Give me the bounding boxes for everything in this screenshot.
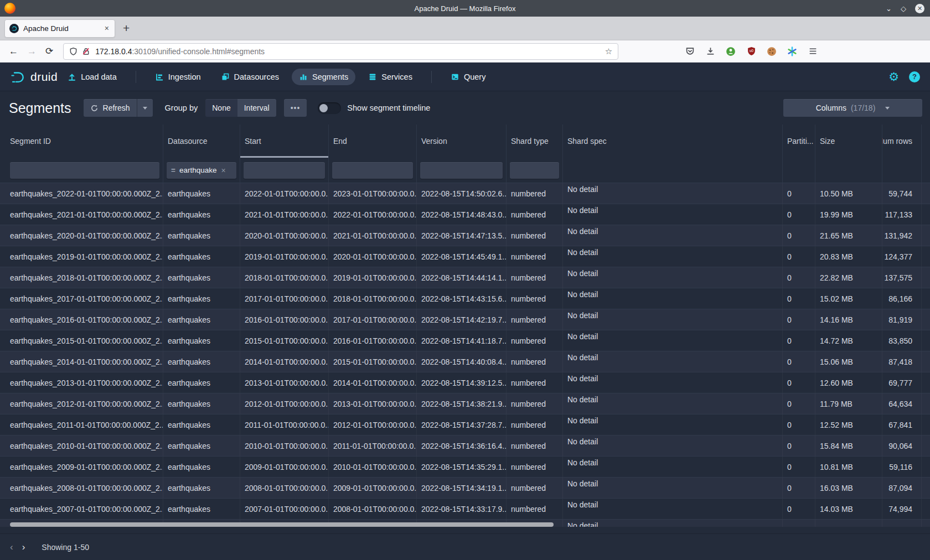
column-header-spare[interactable] (922, 125, 930, 158)
bookmark-star-icon[interactable]: ☆ (605, 46, 612, 56)
menu-icon[interactable] (808, 46, 818, 56)
cell-shard-spec: No detail (563, 457, 783, 477)
prev-page-icon[interactable]: ‹ (10, 542, 13, 553)
forward-button[interactable]: → (27, 46, 37, 57)
cell-shard-spec: No detail (563, 351, 783, 372)
table-row[interactable]: earthquakes_2011-01-01T00:00:00.000Z_2..… (0, 414, 930, 435)
filter-input-version[interactable] (420, 162, 503, 179)
cell-num-rows: 86,166 (882, 288, 922, 309)
column-header-partition[interactable]: Partiti... (783, 125, 815, 158)
column-header-datasource[interactable]: Datasource (163, 125, 240, 158)
table-row[interactable]: earthquakes_2015-01-01T00:00:00.000Z_2..… (0, 330, 930, 351)
column-header-start[interactable]: Start (240, 125, 329, 158)
nav-item-datasources[interactable]: Datasources (214, 69, 286, 85)
cell-shard-type: numbered (507, 225, 563, 246)
filter-input-shard-type[interactable] (510, 162, 559, 179)
columns-count: (17/18) (851, 103, 875, 112)
table-row[interactable]: earthquakes_2014-01-01T00:00:00.000Z_2..… (0, 351, 930, 372)
maximize-icon[interactable]: ◇ (901, 5, 906, 12)
column-header-num-rows[interactable]: Num rows (882, 125, 922, 158)
table-row[interactable]: earthquakes_2021-01-01T00:00:00.000Z_2..… (0, 204, 930, 225)
cell-partition: 0 (783, 499, 815, 519)
filter-input-segment-id[interactable] (10, 162, 159, 179)
druid-logo[interactable]: druid (9, 68, 58, 86)
next-page-icon[interactable]: › (22, 542, 25, 553)
cell-segment-id: earthquakes_2009-01-01T00:00:00.000Z_2..… (0, 457, 163, 477)
tab-strip: Apache Druid × + (0, 17, 930, 40)
segments-page-header: Segments Refresh Group by NoneInterval •… (0, 91, 930, 125)
tab-close-icon[interactable]: × (104, 24, 110, 33)
cell-spare (922, 435, 930, 456)
extension-asterisk-icon[interactable] (787, 46, 797, 56)
table-row[interactable]: earthquakes_2010-01-01T00:00:00.000Z_2..… (0, 435, 930, 456)
nav-item-load-data[interactable]: Load data (60, 69, 124, 85)
column-header-size[interactable]: Size (815, 125, 882, 158)
cell-num-rows (882, 520, 922, 527)
column-header-end[interactable]: End (329, 125, 417, 158)
more-options-button[interactable]: ••• (284, 99, 307, 117)
cell-partition: 0 (783, 435, 815, 456)
cell-segment-id: earthquakes_2010-01-01T00:00:00.000Z_2..… (0, 435, 163, 456)
nav-item-label: Services (381, 72, 412, 81)
table-row[interactable]: earthquakes_2017-01-01T00:00:00.000Z_2..… (0, 288, 930, 309)
help-icon[interactable]: ? (909, 71, 920, 82)
refresh-label: Refresh (103, 103, 130, 112)
columns-button[interactable]: Columns (17/18) (783, 99, 922, 117)
filter-datasource-tag[interactable]: =earthquake× (167, 162, 236, 179)
cell-version: 2022-08-15T14:48:43.0... (417, 204, 507, 225)
filter-input-end[interactable] (332, 162, 413, 179)
cell-segment-id: earthquakes_2008-01-01T00:00:00.000Z_2..… (0, 478, 163, 498)
table-row[interactable]: earthquakes_2019-01-01T00:00:00.000Z_2..… (0, 246, 930, 267)
new-tab-button[interactable]: + (123, 22, 130, 35)
columns-label: Columns (816, 103, 846, 112)
table-row[interactable]: earthquakes_2018-01-01T00:00:00.000Z_2..… (0, 267, 930, 288)
table-row[interactable]: earthquakes_2013-01-01T00:00:00.000Z_2..… (0, 372, 930, 393)
remove-filter-icon[interactable]: × (221, 166, 225, 175)
nav-item-ingestion[interactable]: Ingestion (148, 69, 208, 85)
nav-item-segments[interactable]: Segments (292, 69, 355, 85)
cell-segment-id: earthquakes_2020-01-01T00:00:00.000Z_2..… (0, 225, 163, 246)
table-row[interactable]: earthquakes_2007-01-01T00:00:00.000Z_2..… (0, 498, 930, 519)
settings-gear-icon[interactable]: ⚙ (888, 71, 899, 82)
cell-end: 2023-01-01T00:00:00.0... (329, 183, 417, 204)
column-header-shard-spec[interactable]: Shard spec (563, 125, 783, 158)
filter-cell-partition (783, 158, 815, 183)
segment-timeline-toggle[interactable] (318, 102, 341, 114)
close-icon[interactable]: ✕ (915, 4, 924, 13)
back-button[interactable]: ← (9, 46, 18, 57)
group-by-interval-button[interactable]: Interval (237, 99, 276, 117)
pocket-icon[interactable] (685, 46, 695, 56)
druid-logo-icon (9, 68, 27, 86)
cell-spare (922, 330, 930, 351)
nav-item-query[interactable]: Query (443, 69, 493, 85)
nav-item-services[interactable]: Services (361, 69, 420, 85)
group-by-none-button[interactable]: None (205, 99, 237, 117)
minimize-icon[interactable]: ⌄ (886, 5, 892, 12)
privacy-badger-icon[interactable] (726, 46, 736, 56)
download-icon[interactable] (705, 46, 715, 56)
table-row[interactable]: earthquakes_2008-01-01T00:00:00.000Z_2..… (0, 477, 930, 498)
filter-input-start[interactable] (244, 162, 325, 179)
refresh-dropdown-button[interactable] (137, 99, 153, 117)
horizontal-scrollbar[interactable] (10, 522, 554, 527)
refresh-button[interactable]: Refresh (84, 99, 137, 117)
table-row[interactable]: earthquakes_2012-01-01T00:00:00.000Z_2..… (0, 393, 930, 414)
table-row[interactable]: earthquakes_2020-01-01T00:00:00.000Z_2..… (0, 225, 930, 246)
url-bar[interactable]: 172.18.0.4:30109/unified-console.html#se… (63, 43, 618, 60)
column-header-shard-type[interactable]: Shard type (507, 125, 563, 158)
brand-name: druid (30, 70, 58, 84)
table-header-row: Segment IDDatasourceStartEndVersionShard… (0, 125, 930, 158)
cell-num-rows: 117,133 (882, 204, 922, 225)
browser-tab[interactable]: Apache Druid × (4, 19, 115, 38)
reload-button[interactable]: ⟳ (45, 45, 53, 57)
ublock-origin-icon[interactable]: u0 (746, 46, 756, 56)
column-header-version[interactable]: Version (417, 125, 507, 158)
table-row[interactable]: earthquakes_2022-01-01T00:00:00.000Z_2..… (0, 183, 930, 204)
cell-spare (922, 204, 930, 225)
cell-size: 12.60 MB (815, 372, 882, 393)
cookie-icon[interactable] (767, 46, 777, 56)
table-row[interactable]: earthquakes_2016-01-01T00:00:00.000Z_2..… (0, 309, 930, 330)
table-row[interactable]: earthquakes_2009-01-01T00:00:00.000Z_2..… (0, 456, 930, 477)
column-header-segment-id[interactable]: Segment ID (0, 125, 163, 158)
cell-end: 2021-01-01T00:00:00.0... (329, 225, 417, 246)
